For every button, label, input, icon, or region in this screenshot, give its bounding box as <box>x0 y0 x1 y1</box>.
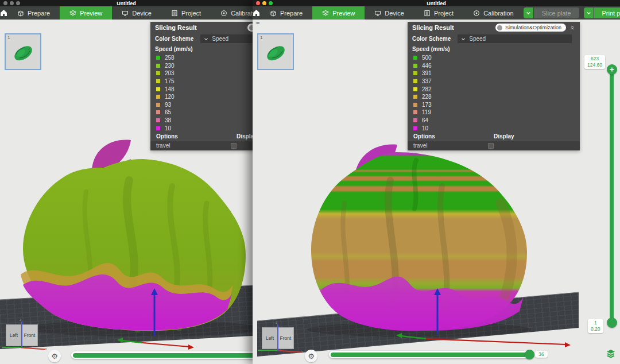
home-button[interactable] <box>0 6 7 20</box>
tab-project[interactable]: Project <box>161 6 211 20</box>
plate-preview-model <box>6 34 40 69</box>
tab-device[interactable]: Device <box>365 6 414 20</box>
titlebar: Untitled <box>253 0 620 6</box>
collapse-panel-button[interactable] <box>569 25 575 30</box>
legend-item: 173 <box>408 101 580 109</box>
panel-resize-icon[interactable]: ◂▸ <box>255 20 260 25</box>
tab-project[interactable]: Project <box>414 6 463 20</box>
legend-value: 120 <box>165 94 175 100</box>
maximize-icon[interactable] <box>269 1 273 5</box>
tab-device[interactable]: Device <box>112 6 161 20</box>
color-scheme-value: Speed <box>212 36 228 42</box>
legend-swatch <box>413 87 417 91</box>
z-axis-label: z <box>276 320 278 324</box>
toggle-knob <box>497 25 502 30</box>
slider-handle[interactable] <box>525 350 534 359</box>
legend-value: 148 <box>165 86 175 92</box>
project-icon <box>424 10 431 17</box>
device-icon <box>374 10 381 17</box>
slider-fill <box>73 353 253 358</box>
calibration-icon <box>473 10 480 17</box>
calibration-icon <box>220 10 227 17</box>
close-icon[interactable] <box>3 1 7 5</box>
view-settings-button[interactable]: ⚙ <box>48 350 61 362</box>
slice-dropdown-button[interactable] <box>524 7 533 18</box>
plate-thumbnail[interactable]: 1 <box>257 33 294 70</box>
view-settings-button[interactable]: ⚙ <box>305 350 317 362</box>
view-cube-left-face[interactable]: Left <box>262 327 278 349</box>
main-tabbar: Prepare Preview Device Project Calibrati… <box>0 6 253 20</box>
maximize-icon[interactable] <box>16 1 20 5</box>
simulation-toggle[interactable]: Simulation&Optimization <box>247 24 253 32</box>
tab-prepare[interactable]: Prepare <box>7 6 60 20</box>
plate-thumbnail[interactable]: 1 <box>5 33 41 70</box>
legend-swatch <box>413 103 417 107</box>
layer-top-number: 623 <box>587 56 602 62</box>
color-scheme-dropdown[interactable]: Speed <box>200 34 253 43</box>
legend-swatch <box>156 118 160 122</box>
tab-calibration[interactable]: Calibration <box>211 6 253 20</box>
close-icon[interactable] <box>256 1 260 5</box>
toolpath-progress-slider[interactable] <box>71 351 253 359</box>
travel-checkbox[interactable] <box>488 143 494 149</box>
panel-title: Slicing Result <box>412 24 454 31</box>
legend-item: 203 <box>150 69 253 78</box>
color-scheme-dropdown[interactable]: Speed <box>458 34 572 43</box>
tab-calibration[interactable]: Calibration <box>463 6 524 20</box>
legend-swatch <box>413 126 417 130</box>
window-title: Untitled <box>427 1 446 6</box>
print-dropdown-button[interactable] <box>584 7 594 18</box>
layer-slider-bottom-handle[interactable] <box>607 317 617 328</box>
legend-swatch <box>156 56 160 60</box>
options-header: Options <box>156 133 237 140</box>
plate-number: 1 <box>260 35 262 40</box>
titlebar: Untitled <box>0 0 253 6</box>
view-cube-left-face[interactable]: Left <box>6 324 22 346</box>
slider-fill <box>331 353 526 357</box>
tab-preview[interactable]: Preview <box>312 6 365 20</box>
legend-item: 337 <box>408 78 580 86</box>
legend-item: 10 <box>150 124 253 132</box>
options-header: Options <box>413 133 494 140</box>
z-axis-line <box>21 322 22 348</box>
legend-value: 10 <box>165 125 171 131</box>
view-cube[interactable]: z Left Front x <box>6 324 39 347</box>
legend-item: 175 <box>150 78 253 86</box>
slice-plate-button[interactable]: Slice plate <box>534 7 579 18</box>
travel-label: travel <box>413 142 488 149</box>
legend-swatch <box>156 95 160 99</box>
home-button[interactable] <box>253 6 260 20</box>
travel-option-row: travel <box>408 141 580 150</box>
layers-view-button[interactable] <box>604 347 618 361</box>
tab-preview[interactable]: Preview <box>60 6 112 20</box>
main-tabbar: Prepare Preview Device Project Calibrati… <box>253 6 620 20</box>
prepare-icon <box>270 10 277 17</box>
view-cube-front-face[interactable]: Front <box>278 327 294 349</box>
toolpath-progress-slider[interactable] <box>329 351 532 358</box>
plus-icon <box>609 67 615 72</box>
view-cube-front-face[interactable]: Front <box>22 324 38 346</box>
minimize-icon[interactable] <box>262 1 266 5</box>
legend-item: 120 <box>150 93 253 101</box>
legend-item: 119 <box>408 109 580 117</box>
z-axis-line <box>277 324 278 351</box>
legend-value: 228 <box>422 94 432 100</box>
minimize-icon[interactable] <box>10 1 14 5</box>
legend-swatch <box>156 110 160 114</box>
layer-slider-top-handle[interactable] <box>607 64 617 75</box>
tab-label: Project <box>181 10 201 17</box>
tab-label: Project <box>434 10 454 17</box>
print-plate-button[interactable]: Print plate <box>594 7 620 18</box>
legend-value: 175 <box>165 78 175 84</box>
simulation-toggle[interactable]: Simulation&Optimization <box>495 24 566 32</box>
legend-swatch <box>156 87 160 91</box>
tab-prepare[interactable]: Prepare <box>260 6 312 20</box>
slider-value-bubble: 36 <box>535 351 548 358</box>
layer-range-slider[interactable] <box>610 69 614 323</box>
traffic-lights[interactable] <box>3 1 20 5</box>
view-cube[interactable]: z Left Front x <box>262 327 295 350</box>
travel-checkbox[interactable] <box>231 143 237 149</box>
display-header: Display <box>494 133 514 140</box>
traffic-lights[interactable] <box>256 1 273 5</box>
legend-swatch <box>413 118 417 122</box>
